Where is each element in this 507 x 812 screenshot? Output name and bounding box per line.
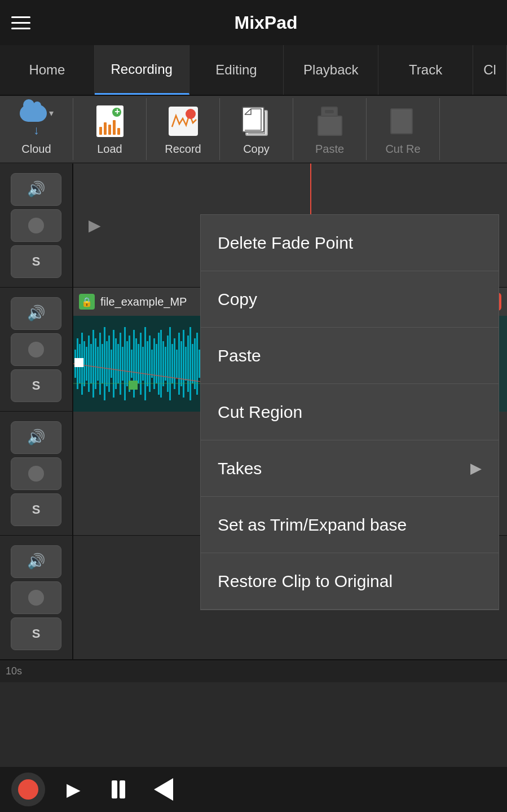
paste-label: Paste bbox=[315, 143, 344, 156]
svg-rect-21 bbox=[120, 333, 121, 395]
track-4-volume-btn[interactable]: 🔊 bbox=[11, 545, 61, 578]
ctx-cut-region-label: Cut Region bbox=[218, 403, 302, 422]
svg-rect-23 bbox=[124, 327, 126, 400]
track-2-volume-btn[interactable]: 🔊 bbox=[11, 297, 61, 330]
ctx-copy[interactable]: Copy bbox=[201, 271, 499, 328]
speaker-2-icon: 🔊 bbox=[27, 304, 45, 322]
svg-rect-80 bbox=[74, 358, 83, 367]
playback-stop-button[interactable] bbox=[147, 773, 180, 806]
svg-rect-22 bbox=[122, 347, 124, 381]
svg-rect-41 bbox=[165, 347, 166, 381]
stop-icon bbox=[154, 778, 173, 801]
record-icon bbox=[165, 103, 201, 139]
track-4-rec-btn[interactable] bbox=[11, 581, 61, 614]
svg-rect-50 bbox=[185, 347, 187, 381]
rec-dot-3-icon bbox=[28, 466, 44, 482]
track-4-solo-btn[interactable]: S bbox=[11, 617, 61, 650]
svg-rect-24 bbox=[126, 341, 128, 386]
playback-play-button[interactable]: ▶ bbox=[56, 773, 90, 806]
svg-rect-11 bbox=[97, 347, 99, 381]
ctx-restore-clip-label: Restore Clip to Original bbox=[218, 572, 393, 591]
playback-record-button[interactable] bbox=[11, 773, 45, 806]
paste-button[interactable]: Paste bbox=[293, 98, 367, 160]
ctx-delete-fade-point-label: Delete Fade Point bbox=[218, 233, 353, 253]
tab-recording[interactable]: Recording bbox=[95, 45, 189, 95]
top-bar: MixPad bbox=[0, 0, 507, 45]
track-2-sidebar: 🔊 S bbox=[0, 288, 73, 411]
copy-icon bbox=[239, 103, 275, 139]
svg-rect-38 bbox=[158, 333, 160, 395]
ctx-takes-label: Takes bbox=[218, 459, 262, 478]
track-3-volume-btn[interactable]: 🔊 bbox=[11, 421, 61, 454]
copy-label: Copy bbox=[243, 143, 270, 156]
svg-rect-15 bbox=[106, 341, 108, 386]
pause-bar-1-icon bbox=[112, 780, 117, 798]
lock-icon: 🔒 bbox=[79, 294, 95, 310]
timeline-10s-label: 10s bbox=[6, 665, 22, 677]
pause-bar-2-icon bbox=[120, 780, 125, 798]
hamburger-menu[interactable] bbox=[11, 10, 36, 35]
rec-dot-2-icon bbox=[28, 342, 44, 358]
tab-track[interactable]: Track bbox=[378, 45, 473, 95]
svg-rect-29 bbox=[138, 344, 139, 383]
track-2-rec-btn[interactable] bbox=[11, 333, 61, 366]
ctx-takes[interactable]: Takes ▶ bbox=[201, 440, 499, 497]
rec-dot-4-icon bbox=[28, 590, 44, 606]
svg-rect-40 bbox=[162, 341, 164, 386]
ctx-restore-clip[interactable]: Restore Clip to Original bbox=[201, 553, 499, 610]
ctx-set-as-trim[interactable]: Set as Trim/Expand base bbox=[201, 497, 499, 553]
timeline-row: 10s bbox=[0, 660, 507, 682]
speaker-4-icon: 🔊 bbox=[27, 553, 45, 570]
copy-button[interactable]: Copy bbox=[220, 98, 293, 160]
solo-2-label: S bbox=[32, 378, 41, 393]
track-3-rec-btn[interactable] bbox=[11, 457, 61, 490]
ctx-paste[interactable]: Paste bbox=[201, 328, 499, 384]
playback-pause-button[interactable] bbox=[102, 773, 135, 806]
svg-rect-26 bbox=[131, 350, 133, 378]
svg-rect-36 bbox=[153, 338, 155, 389]
svg-rect-32 bbox=[144, 327, 146, 400]
cut-region-button[interactable]: Cut Re bbox=[367, 98, 440, 160]
svg-rect-37 bbox=[156, 344, 157, 383]
svg-rect-19 bbox=[115, 338, 117, 389]
track-1-volume-btn[interactable]: 🔊 bbox=[11, 173, 61, 206]
track-1-rec-btn[interactable] bbox=[11, 209, 61, 242]
svg-rect-52 bbox=[189, 327, 191, 400]
svg-rect-53 bbox=[192, 344, 193, 383]
tab-editing[interactable]: Editing bbox=[189, 45, 284, 95]
svg-rect-49 bbox=[183, 330, 184, 398]
svg-rect-14 bbox=[104, 327, 105, 400]
solo-4-label: S bbox=[32, 626, 41, 641]
track-4-sidebar: 🔊 S bbox=[0, 536, 73, 659]
svg-rect-33 bbox=[147, 341, 148, 386]
tab-home[interactable]: Home bbox=[0, 45, 95, 95]
tab-cl[interactable]: Cl bbox=[473, 45, 507, 95]
svg-rect-5 bbox=[83, 341, 85, 386]
tab-playback[interactable]: Playback bbox=[284, 45, 378, 95]
svg-rect-43 bbox=[169, 327, 171, 400]
main-area: 🔊 S ► 🔊 S bbox=[0, 164, 507, 767]
ctx-cut-region[interactable]: Cut Region bbox=[201, 384, 499, 440]
ctx-delete-fade-point[interactable]: Delete Fade Point bbox=[201, 215, 499, 271]
svg-rect-10 bbox=[95, 338, 96, 389]
svg-rect-13 bbox=[102, 344, 103, 383]
app-title: MixPad bbox=[36, 12, 496, 33]
load-label: Load bbox=[97, 143, 122, 156]
track-expand-arrow[interactable]: ► bbox=[73, 214, 105, 237]
cloud-icon: ▾ ↓ bbox=[19, 103, 55, 139]
track-2-solo-btn[interactable]: S bbox=[11, 369, 61, 402]
track-3-solo-btn[interactable]: S bbox=[11, 493, 61, 526]
cloud-button[interactable]: ▾ ↓ Cloud bbox=[0, 98, 73, 160]
context-menu: Delete Fade Point Copy Paste Cut Region … bbox=[200, 214, 499, 610]
tab-bar: Home Recording Editing Playback Track Cl bbox=[0, 45, 507, 96]
svg-rect-35 bbox=[151, 350, 153, 378]
load-button[interactable]: Load bbox=[73, 98, 147, 160]
cloud-label: Cloud bbox=[21, 143, 51, 156]
record-button[interactable]: Record bbox=[147, 98, 220, 160]
svg-rect-47 bbox=[178, 333, 180, 395]
load-icon bbox=[92, 103, 128, 139]
track-3-sidebar: 🔊 S bbox=[0, 412, 73, 535]
toolbar: ▾ ↓ Cloud Load bbox=[0, 96, 507, 164]
track-1-solo-btn[interactable]: S bbox=[11, 245, 61, 278]
solo-3-label: S bbox=[32, 502, 41, 517]
